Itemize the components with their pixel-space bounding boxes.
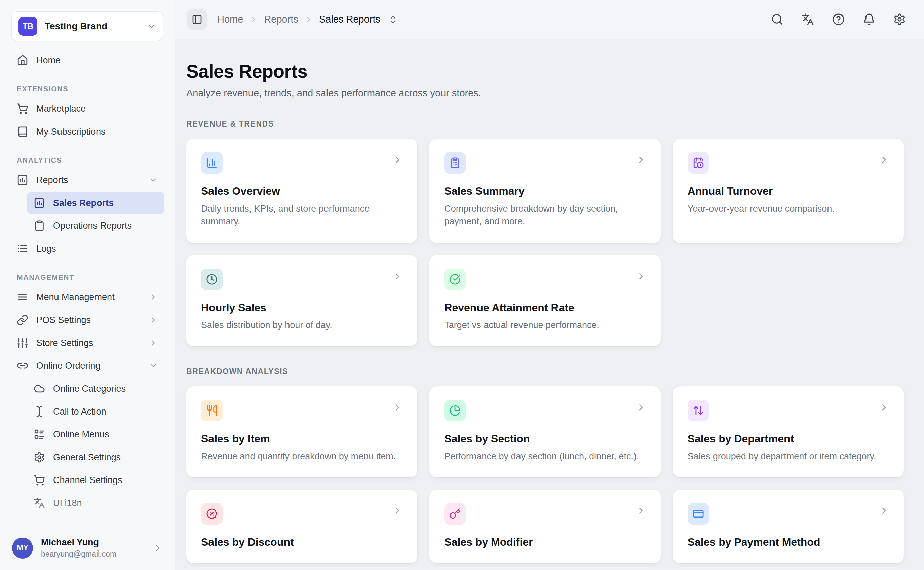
sidebar-item-online-menus[interactable]: Online Menus: [27, 423, 165, 446]
card-title: Sales by Modifier: [444, 536, 646, 549]
clock-icon: [201, 268, 223, 290]
chevron-right-icon: [393, 506, 403, 516]
chevron-right-icon: [149, 339, 158, 347]
user-name: Michael Yung: [41, 537, 145, 548]
sidebar-item-store-settings[interactable]: Store Settings: [10, 332, 165, 354]
card-sales-by-section[interactable]: Sales by Section Performance by day sect…: [429, 386, 660, 478]
panel-left-icon: [192, 14, 202, 25]
breadcrumb-reports[interactable]: Reports: [264, 14, 298, 25]
card-sales-summary[interactable]: Sales Summary Comprehensive breakdown by…: [429, 139, 660, 243]
clipboard-icon: [34, 220, 45, 231]
user-profile[interactable]: MY Michael Yung bearyung@gmail.com: [0, 526, 174, 570]
help-icon[interactable]: [832, 13, 845, 26]
sidebar-item-logs[interactable]: Logs: [10, 238, 165, 260]
breadcrumb-current: Sales Reports: [319, 14, 380, 25]
pie-chart-icon: [444, 400, 466, 421]
chevron-right-icon: [636, 271, 646, 281]
credit-card-icon: [687, 503, 709, 525]
avatar: MY: [12, 538, 33, 559]
utensils-icon: [201, 400, 223, 421]
sidebar-item-marketplace[interactable]: Marketplace: [10, 98, 165, 120]
page-content: Sales Reports Analyze revenue, trends, a…: [175, 39, 924, 570]
search-icon[interactable]: [771, 13, 783, 26]
cards-grid-revenue-trends: Sales Overview Daily trends, KPIs, and s…: [186, 139, 904, 346]
card-sales-by-department[interactable]: Sales by Department Sales grouped by dep…: [673, 386, 904, 478]
link-icon: [17, 314, 28, 326]
badge-percent-icon: [201, 503, 223, 525]
card-title: Annual Turnover: [687, 185, 889, 198]
chevron-right-icon: [153, 543, 162, 553]
arrows-up-down-icon: [687, 400, 709, 421]
sliders-icon: [17, 337, 28, 349]
bell-icon[interactable]: [863, 13, 875, 26]
chevron-right-icon: [636, 155, 646, 165]
sidebar-section-management: MANAGEMENT: [10, 273, 165, 281]
card-description: Sales distribution by hour of day.: [201, 319, 403, 331]
sidebar-item-pos-settings[interactable]: POS Settings: [10, 309, 165, 331]
shopping-cart-icon: [34, 475, 45, 486]
chevron-down-icon: [149, 362, 158, 370]
sidebar-item-call-to-action[interactable]: Call to Action: [27, 400, 165, 423]
sidebar-item-ui-i18n[interactable]: UI i18n: [27, 492, 165, 514]
chevron-right-icon: [636, 506, 646, 516]
card-description: Comprehensive breakdown by day section, …: [444, 202, 646, 228]
chevrons-up-down-icon[interactable]: [388, 15, 398, 24]
sidebar-item-operations-reports[interactable]: Operations Reports: [27, 215, 165, 237]
sidebar-item-online-categories[interactable]: Online Categories: [27, 377, 165, 400]
bar-chart-icon: [17, 174, 28, 186]
sidebar-item-channel-settings[interactable]: Channel Settings: [27, 469, 165, 491]
card-revenue-attainment-rate[interactable]: Revenue Attainment Rate Target vs actual…: [429, 255, 660, 346]
user-initials: MY: [17, 543, 29, 553]
user-email: bearyung@gmail.com: [41, 550, 145, 559]
card-title: Sales Overview: [201, 185, 403, 198]
sidebar-item-menu-management[interactable]: Menu Management: [10, 286, 165, 308]
cards-grid-breakdown-analysis: Sales by Item Revenue and quantity break…: [186, 386, 904, 563]
breadcrumb-home[interactable]: Home: [217, 14, 243, 25]
chevron-right-icon: [879, 506, 889, 516]
sidebar-item-general-settings[interactable]: General Settings: [27, 446, 165, 468]
chevron-down-icon: [149, 176, 158, 184]
sidebar-toggle-button[interactable]: [187, 9, 207, 30]
sidebar-section-extensions: EXTENSIONS: [10, 85, 165, 93]
sidebar-item-reports[interactable]: Reports: [10, 169, 165, 191]
card-title: Hourly Sales: [201, 302, 403, 314]
chevron-right-icon: [149, 316, 158, 324]
card-annual-turnover[interactable]: Annual Turnover Year-over-year revenue c…: [673, 139, 904, 243]
card-sales-by-discount[interactable]: Sales by Discount: [186, 490, 417, 563]
card-hourly-sales[interactable]: Hourly Sales Sales distribution by hour …: [186, 255, 417, 346]
topbar: Home Reports Sales Reports: [175, 0, 924, 39]
sidebar-item-my-subscriptions[interactable]: My Subscriptions: [10, 121, 165, 142]
card-description: Performance by day section (lunch, dinne…: [444, 450, 646, 463]
sidebar: TB Testing Brand Home EXTENSIONS Marketp…: [0, 0, 175, 570]
sidebar-nav: Home EXTENSIONS Marketplace My Subscript…: [0, 48, 174, 526]
page-title: Sales Reports: [186, 61, 904, 82]
page-subtitle: Analyze revenue, trends, and sales perfo…: [186, 87, 904, 99]
languages-icon: [34, 497, 45, 509]
section-label-revenue-trends: REVENUE & TRENDS: [186, 120, 904, 129]
target-check-icon: [444, 268, 466, 290]
brand-avatar: TB: [18, 17, 37, 36]
chevron-right-icon: [249, 15, 258, 24]
card-title: Sales by Payment Method: [687, 536, 889, 549]
sidebar-item-sales-reports[interactable]: Sales Reports: [27, 192, 165, 214]
languages-icon[interactable]: [802, 13, 814, 26]
breadcrumb: Home Reports Sales Reports: [217, 14, 398, 25]
card-title: Sales by Department: [687, 433, 889, 445]
card-sales-by-item[interactable]: Sales by Item Revenue and quantity break…: [186, 386, 417, 478]
brand-selector[interactable]: TB Testing Brand: [11, 11, 163, 41]
gear-icon: [34, 452, 45, 463]
chevron-right-icon: [636, 403, 646, 412]
card-title: Sales by Discount: [201, 536, 403, 549]
card-sales-overview[interactable]: Sales Overview Daily trends, KPIs, and s…: [186, 139, 417, 243]
sidebar-item-home[interactable]: Home: [10, 49, 165, 71]
layout-list-icon: [34, 429, 45, 440]
gear-icon[interactable]: [893, 13, 906, 26]
bar-chart-icon: [201, 152, 223, 174]
list-icon: [17, 243, 28, 254]
card-sales-by-modifier[interactable]: Sales by Modifier: [429, 490, 660, 563]
sidebar-item-online-ordering[interactable]: Online Ordering: [10, 355, 165, 377]
main-area: Home Reports Sales Reports Sales Reports…: [175, 0, 924, 570]
card-sales-by-payment-method[interactable]: Sales by Payment Method: [673, 490, 904, 563]
section-label-breakdown-analysis: BREAKDOWN ANALYSIS: [186, 367, 904, 376]
text-cursor-icon: [34, 406, 45, 417]
